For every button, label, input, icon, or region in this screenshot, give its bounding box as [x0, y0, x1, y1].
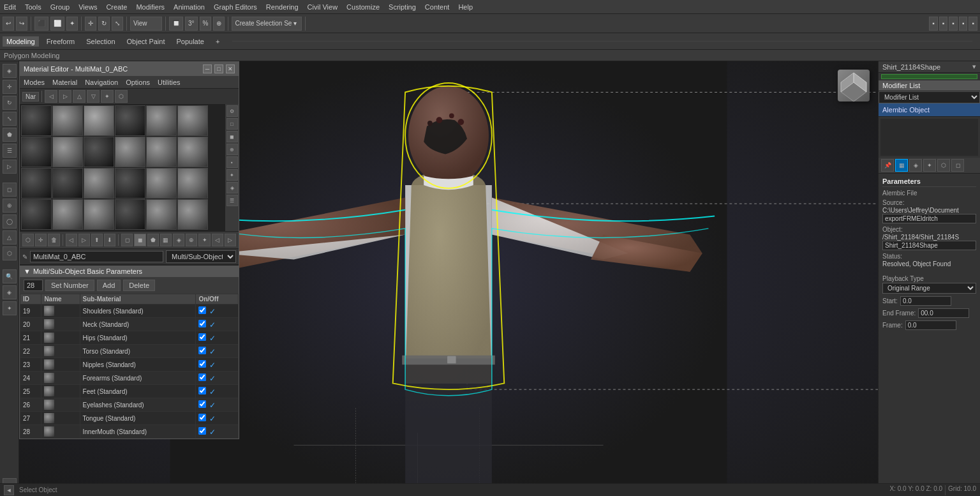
menu-graph-editors[interactable]: Graph Editors [214, 3, 257, 11]
snap-toggle[interactable]: 🔲 [169, 17, 183, 31]
modifier-alembic[interactable]: Alembic Object [879, 103, 980, 117]
mat-menu-material[interactable]: Material [52, 79, 77, 86]
left-icon-9[interactable]: ⊕ [3, 199, 17, 213]
param-end-frame-input[interactable] [918, 308, 969, 318]
cell-material[interactable]: Torso (Standard) [80, 345, 196, 358]
cell-material[interactable]: Neck (Standard) [80, 318, 196, 331]
menu-help[interactable]: Help [458, 3, 473, 11]
scale-button[interactable]: ⤡ [112, 17, 123, 31]
mat-sphere-8[interactable] [52, 137, 83, 167]
tab-modeling[interactable]: Modeling [3, 36, 39, 47]
mat-tb-8[interactable]: ◻ [121, 234, 133, 246]
mat-sphere-14[interactable] [52, 168, 83, 199]
cell-material[interactable]: Forearms (Standard) [80, 372, 196, 385]
left-icon-11[interactable]: △ [3, 230, 17, 244]
toolbar-icon-1[interactable]: ▪ [929, 17, 938, 31]
left-icon-scale[interactable]: ⤡ [3, 112, 17, 126]
mat-sphere-12[interactable] [177, 137, 208, 167]
onoff-checkbox[interactable] [198, 333, 206, 341]
left-icon-move[interactable]: ✛ [3, 80, 17, 94]
right-icon-3[interactable]: ◈ [909, 159, 922, 172]
table-row[interactable]: 28 InnerMouth (Standard) ✓ [20, 425, 239, 439]
mat-tb-14[interactable]: ✦ [198, 234, 210, 246]
multisub-header[interactable]: ▼ Multi/Sub-Object Basic Parameters [20, 266, 239, 277]
select-lasso-button[interactable]: ✦ [66, 17, 78, 31]
table-row[interactable]: 23 Nipples (Standard) ✓ [20, 358, 239, 372]
mat-sphere-6[interactable] [177, 105, 208, 136]
param-frame-input[interactable] [905, 320, 956, 330]
mat-tb-1[interactable]: ⬡ [22, 234, 34, 246]
param-object-input[interactable] [882, 241, 976, 250]
redo-button[interactable]: ↪ [16, 17, 27, 31]
material-list-container[interactable]: ID Name Sub-Material On/Off 19 Shoulders… [20, 294, 239, 439]
mat-type-select[interactable]: Multi/Sub-Object [166, 250, 236, 263]
mat-sphere-22[interactable] [115, 199, 145, 230]
mat-menu-options[interactable]: Options [126, 79, 150, 86]
table-row[interactable]: 25 Feet (Standard) ✓ [20, 385, 239, 398]
mat-sphere-16[interactable] [115, 168, 145, 199]
mat-ctrl-6[interactable]: ✦ [226, 169, 238, 181]
maximize-button[interactable]: □ [214, 64, 223, 73]
set-number-button[interactable]: Set Number [45, 280, 94, 291]
left-icon-12[interactable]: ⬡ [3, 246, 17, 260]
left-icon-7[interactable]: ▷ [3, 160, 17, 174]
toolbar-icon-3[interactable]: ▪ [949, 17, 958, 31]
table-row[interactable]: 24 Forearms (Standard) ✓ [20, 372, 239, 385]
mat-tb-16[interactable]: ▷ [225, 234, 236, 246]
param-start-input[interactable] [900, 296, 951, 306]
mat-ctrl-5[interactable]: ▪ [226, 156, 238, 168]
mat-menu-utilities[interactable]: Utilities [158, 79, 180, 86]
mat-tb-6[interactable]: ⬆ [91, 234, 103, 246]
cell-material[interactable]: Eyelashes (Standard) [80, 398, 196, 412]
percent-snap[interactable]: % [200, 17, 212, 31]
add-button[interactable]: Add [97, 280, 121, 291]
onoff-checkbox[interactable] [198, 347, 206, 354]
nav-btn-1[interactable]: ◁ [45, 90, 57, 103]
onoff-checkbox[interactable] [198, 387, 206, 395]
mat-ctrl-1[interactable]: ⚙ [226, 105, 238, 117]
mat-menu-modes[interactable]: Modes [24, 79, 45, 86]
right-icon-6[interactable]: ◻ [951, 159, 964, 172]
tab-populate[interactable]: Populate [172, 36, 207, 47]
mat-sphere-23[interactable] [146, 199, 177, 230]
left-icon-rotate[interactable]: ↻ [3, 96, 17, 110]
table-row[interactable]: 21 Hips (Standard) ✓ [20, 331, 239, 345]
mat-sphere-15[interactable] [84, 168, 114, 199]
create-selection-set[interactable]: Create Selection Se ▾ [232, 17, 302, 31]
move-button[interactable]: ✛ [85, 17, 96, 31]
mat-menu-navigation[interactable]: Navigation [85, 79, 118, 86]
left-icon-5[interactable]: ⬟ [3, 128, 17, 142]
cell-material[interactable]: Shoulders (Standard) [80, 304, 196, 318]
mat-tb-2[interactable]: ✛ [35, 234, 47, 246]
table-row[interactable]: 20 Neck (Standard) ✓ [20, 318, 239, 331]
tab-extra[interactable]: + [212, 36, 223, 47]
right-icon-5[interactable]: ⬡ [937, 159, 950, 172]
spinner-snap[interactable]: ⊕ [213, 17, 225, 31]
mat-sphere-18[interactable] [177, 168, 208, 199]
mat-tb-5[interactable]: ▷ [78, 234, 90, 246]
onoff-checkbox[interactable] [198, 414, 206, 421]
onoff-checkbox[interactable] [198, 360, 206, 368]
cell-material[interactable]: Feet (Standard) [80, 385, 196, 398]
mat-ctrl-2[interactable]: □ [226, 118, 238, 130]
menu-views[interactable]: Views [78, 3, 97, 11]
left-icon-6[interactable]: ☰ [3, 144, 17, 158]
delete-button[interactable]: Delete [123, 280, 155, 291]
mat-sphere-5[interactable] [146, 105, 177, 136]
right-icon-active[interactable]: ▦ [895, 159, 908, 172]
mat-sphere-20[interactable] [52, 199, 83, 230]
left-icon-14[interactable]: ◈ [3, 285, 17, 299]
mat-sphere-19[interactable] [21, 199, 52, 230]
param-source-input[interactable] [882, 214, 976, 223]
cell-material[interactable]: InnerMouth (Standard) [80, 425, 196, 439]
view-btn[interactable]: View [130, 17, 162, 31]
menu-tools[interactable]: Tools [25, 3, 41, 11]
table-row[interactable]: 19 Shoulders (Standard) ✓ [20, 304, 239, 318]
onoff-checkbox[interactable] [198, 427, 206, 435]
angle-snap[interactable]: 3° [185, 17, 198, 31]
mat-sphere-24[interactable] [177, 199, 208, 230]
menu-content[interactable]: Content [425, 3, 450, 11]
table-row[interactable]: 27 Tongue (Standard) ✓ [20, 412, 239, 425]
mat-sphere-9[interactable] [84, 137, 114, 167]
cell-material[interactable]: Hips (Standard) [80, 331, 196, 345]
